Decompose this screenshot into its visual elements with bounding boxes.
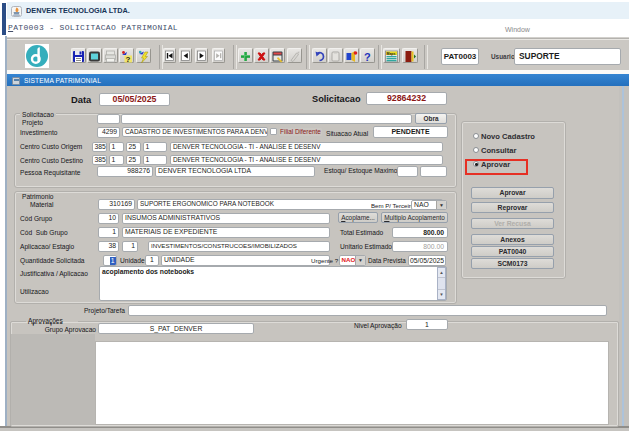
svg-text:Maps: Maps [387,51,396,55]
svg-text:?: ? [364,51,371,63]
svg-text:?: ? [126,55,131,64]
